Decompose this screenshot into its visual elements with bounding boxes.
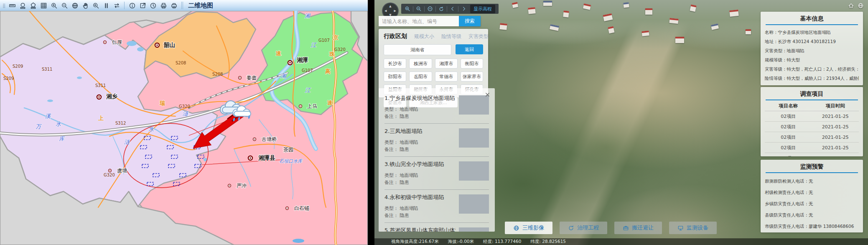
disaster-list-item[interactable]: 1.宁乡县煤炭坝地区地面塌陷类型： 地面塌陷备注： 隐患 — [384, 91, 489, 124]
viewer-button-zoom-out[interactable] — [416, 6, 422, 12]
disaster-list-item[interactable]: 2.三凤地面塌陷类型： 地面塌陷备注： 隐患 — [384, 124, 489, 157]
bottom-button-监测设备[interactable]: 监测设备 — [669, 222, 717, 234]
city-button[interactable]: 邵阳市 — [384, 71, 406, 82]
viewer-button-rotate[interactable] — [438, 6, 444, 12]
viewer-button-zoom-in[interactable] — [405, 6, 410, 12]
bottom-button-搬迁避让[interactable]: 搬迁避让 — [614, 222, 662, 234]
river-label: 江 — [311, 42, 317, 48]
pan-up-icon[interactable]: ▲ — [389, 5, 391, 8]
city-button[interactable]: 长沙市 — [384, 59, 406, 69]
disaster-thumbnail[interactable] — [459, 161, 489, 181]
title-underline — [766, 24, 858, 25]
disaster-list-panel: 1.宁乡县煤炭坝地区地面塌陷类型： 地面塌陷备注： 隐患2.三凤地面塌陷类型： … — [379, 88, 495, 232]
toolbar-button-zoom-prev[interactable] — [91, 1, 100, 10]
button-label: 搬迁避让 — [632, 224, 654, 232]
house — [729, 10, 738, 17]
chevron-right-icon — [461, 6, 467, 12]
toolbar-button-pause[interactable] — [102, 1, 111, 10]
toolbar-button-export[interactable] — [138, 1, 147, 10]
tab-disaster-type[interactable]: 灾害类型 — [468, 33, 489, 40]
river-label: 江 — [305, 87, 311, 93]
city-button[interactable]: 岳阳市 — [409, 71, 432, 82]
toolbar-button-info[interactable] — [127, 1, 137, 10]
briefcase-icon — [623, 225, 629, 231]
close-icon[interactable] — [484, 92, 491, 100]
toolbar-button-pan-hand[interactable] — [81, 1, 90, 10]
status-item: 视角海拔高度:216.67米 — [391, 239, 439, 245]
viewer-3d-pane[interactable]: ▲ ▼ ◀ ▶ 显示高程 搜索 行政区划 规模大小 险情等级 灾害类型 湖南省 … — [374, 0, 868, 245]
disaster-list-item[interactable]: 5.芦淞区凤凰山体东南部山体滑坡类型： 山体滑坡备注： 隐患 — [384, 223, 489, 232]
toolbar-button-clock[interactable] — [148, 1, 158, 10]
survey-row[interactable]: 02项目2021-01-25 — [765, 143, 859, 153]
survey-row[interactable]: 02项目2021-01-25 — [765, 153, 859, 156]
toolbar-button-globe[interactable] — [70, 1, 79, 10]
disaster-list-item[interactable]: 3.铁山完全小学地面塌陷类型： 地面塌陷备注： 隐患 — [384, 157, 489, 190]
viewer-button-minus-circle[interactable] — [427, 6, 433, 12]
globe-icon[interactable] — [858, 3, 864, 9]
pan-hand-icon — [82, 2, 89, 9]
viewer-button-chevron-right[interactable] — [461, 6, 467, 12]
road-label: S312 — [115, 121, 126, 125]
project-time: 2021-01-25 — [812, 114, 859, 119]
map-canvas[interactable]: 韶山湘潭湘乡湘潭县仁厚上马姜畲古塘桥茶园严冲白石铺虞塘S209S209S311S… — [0, 11, 368, 245]
town-marker — [228, 184, 231, 187]
home-icon[interactable] — [848, 3, 854, 9]
house — [623, 2, 629, 8]
city-label: 湘乡 — [106, 93, 118, 100]
city-button[interactable]: 常德市 — [435, 71, 458, 82]
disaster-thumbnail[interactable] — [459, 227, 489, 232]
swap-icon — [113, 2, 120, 9]
chevron-left-icon — [450, 6, 456, 12]
disaster-type: 类型： 地面塌陷 — [384, 106, 456, 113]
survey-row[interactable]: 02项目2021-01-25 — [765, 132, 859, 143]
toolbar-separator — [124, 2, 125, 9]
polygon-measure-icon — [30, 2, 37, 9]
survey-row[interactable]: 02项目2021-01-25 — [765, 122, 859, 132]
show-elevation-button[interactable]: 显示高程 — [470, 5, 495, 13]
toolbar-button-ruler[interactable] — [8, 1, 17, 10]
toolbar-separator — [435, 6, 436, 12]
city-button[interactable]: 株洲市 — [409, 59, 432, 69]
back-button[interactable]: 返回 — [456, 44, 483, 54]
grid-icon — [40, 2, 47, 9]
toolbar-separator — [181, 2, 182, 9]
city-button[interactable]: 张家界市 — [461, 71, 483, 82]
house — [499, 23, 507, 30]
toolbar-button-print[interactable] — [169, 1, 178, 10]
toolbar-drag-handle[interactable]: ⣿ — [3, 3, 5, 8]
info-row: 灾害类型：地面塌陷 — [765, 46, 859, 55]
province-button[interactable]: 湖南省 — [384, 44, 451, 55]
bottom-button-三维影像[interactable]: 三维影像 — [505, 222, 552, 234]
viewer-button-chevron-left[interactable] — [450, 6, 456, 12]
project-time: 2021-01-25 — [812, 135, 859, 140]
tab-scale-size[interactable]: 规模大小 — [414, 33, 434, 40]
expressway-label: 瑞 — [159, 100, 165, 106]
map-toolbar: ⣿ 二维地图 — [0, 0, 368, 11]
tab-admin-division[interactable]: 行政区划 — [384, 33, 407, 40]
road-label: G107 — [302, 68, 313, 73]
col-project-name: 项目名称 — [765, 103, 812, 109]
disaster-note: 备注： 隐患 — [384, 212, 456, 219]
search-input[interactable] — [379, 16, 459, 26]
pan-right-icon[interactable]: ▶ — [394, 10, 396, 13]
toolbar-button-polygon-measure[interactable] — [28, 1, 38, 10]
town-label: 古塘桥 — [262, 136, 277, 142]
toolbar-button-area-measure[interactable] — [18, 1, 27, 10]
search-button[interactable]: 搜索 — [459, 16, 481, 26]
toolbar-button-swap[interactable] — [112, 1, 121, 10]
road-label: S209 — [3, 76, 14, 81]
tab-danger-level[interactable]: 险情等级 — [441, 33, 461, 40]
disaster-thumbnail[interactable] — [459, 194, 489, 214]
toolbar-button-zoom-out[interactable] — [60, 1, 69, 10]
city-button[interactable]: 湘潭市 — [435, 59, 458, 69]
pan-left-icon[interactable]: ◀ — [384, 10, 387, 13]
disaster-list-item[interactable]: 4.永和初级中学地面塌陷类型： 地面塌陷备注： 隐患 — [384, 190, 489, 223]
pane-divider — [368, 0, 374, 245]
survey-row[interactable]: 02项目2021-01-25 — [765, 111, 859, 122]
disaster-thumbnail[interactable] — [459, 128, 489, 148]
toolbar-button-grid[interactable] — [39, 1, 48, 10]
toolbar-button-print-preview[interactable] — [159, 1, 168, 10]
toolbar-button-zoom-in[interactable] — [49, 1, 59, 10]
city-button[interactable]: 衡阳市 — [461, 59, 483, 69]
bottom-button-治理工程[interactable]: 治理工程 — [560, 222, 607, 234]
